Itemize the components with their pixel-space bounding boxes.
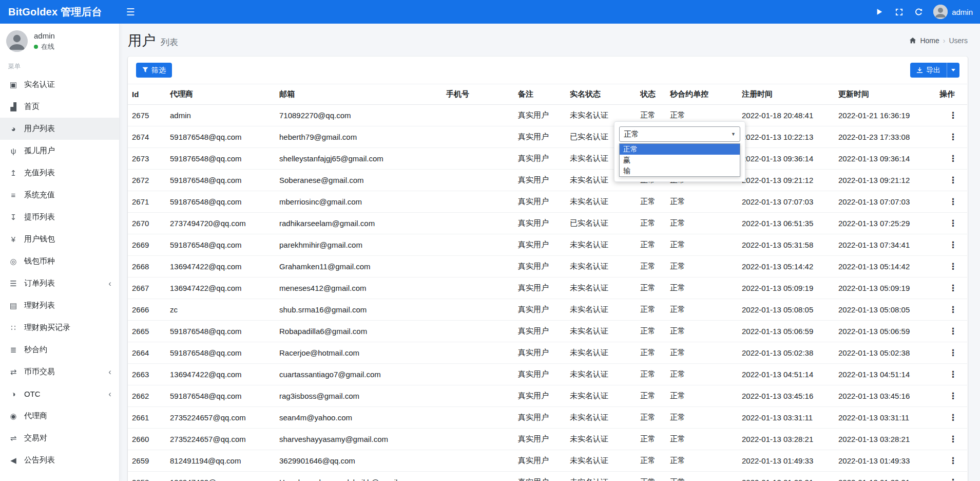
cell-id: 2671 — [128, 191, 166, 212]
sidebar-menu: ▣实名认证▟首页◕用户列表ψ孤儿用户↥充值列表≡系统充值↧提币列表¥用户钱包◎钱… — [0, 73, 119, 471]
cell-status: 正常 — [636, 342, 666, 363]
row-actions-button[interactable]: ⋮ — [946, 283, 960, 293]
table-row: 26602735224657@qq.comsharveshayyasamy@gm… — [128, 428, 967, 450]
row-actions-button[interactable]: ⋮ — [946, 218, 960, 228]
row-actions-button[interactable]: ⋮ — [946, 413, 960, 422]
column-header-kyc-status: 实名状态 — [566, 84, 636, 104]
sidebar-item-second-contract[interactable]: ≣秒合约 — [0, 339, 119, 361]
sidebar-item-wallet-coins[interactable]: ◎钱包币种 — [0, 250, 119, 272]
cell-agent: admin — [166, 104, 275, 126]
sidebar-item-finance-list[interactable]: ▤理财列表 — [0, 294, 119, 317]
row-actions-button[interactable]: ⋮ — [946, 369, 960, 379]
cell-registered-at: 2022-01-13 03:45:16 — [738, 385, 834, 406]
sidebar-item-real-name-auth[interactable]: ▣实名认证 — [0, 73, 119, 96]
cell-note: 真实用户 — [514, 277, 566, 299]
sidebar-user-panel: admin 在线 — [0, 24, 119, 58]
contract-icon: ≣ — [8, 345, 19, 355]
navbar-avatar — [933, 5, 948, 19]
sidebar-item-otc[interactable]: ◑OTC‹ — [0, 383, 119, 405]
sidebar-item-user-list[interactable]: ◕用户列表 — [0, 118, 119, 140]
row-actions-button[interactable]: ⋮ — [946, 348, 960, 358]
dropdown-option[interactable]: 赢 — [620, 155, 740, 165]
cell-order-control: 正常 — [666, 320, 738, 342]
cell-email: Soberanese@gmail.com — [275, 169, 442, 191]
page-subtitle: 列表 — [161, 36, 178, 48]
navbar-user-menu[interactable]: admin — [928, 5, 973, 19]
dropdown-option[interactable]: 正常 — [620, 144, 740, 155]
cell-email: parekhmihir@gmail.com — [275, 234, 442, 255]
row-actions-button[interactable]: ⋮ — [946, 154, 960, 163]
agents-icon: ◉ — [8, 412, 19, 421]
cell-note: 真实用户 — [514, 104, 566, 126]
sidebar-item-system-deposit[interactable]: ≡系统充值 — [0, 184, 119, 206]
table-body: 2675admin710892270@qq.com真实用户未实名认证正常正常20… — [128, 104, 967, 481]
sidebar-item-deposit-list[interactable]: ↥充值列表 — [0, 162, 119, 184]
row-actions-button[interactable]: ⋮ — [946, 434, 960, 444]
breadcrumb-home-link[interactable]: Home — [920, 36, 939, 45]
cell-order-control: 正常 — [666, 234, 738, 255]
cell-note: 真实用户 — [514, 169, 566, 191]
cell-updated-at: 2022-01-21 16:36:19 — [834, 104, 935, 126]
row-actions-button[interactable]: ⋮ — [946, 240, 960, 250]
cell-registered-at: 2022-01-13 03:28:21 — [738, 428, 834, 450]
chevron-left-icon: ‹ — [108, 367, 111, 376]
sidebar-toggle-icon[interactable]: ☰ — [120, 0, 141, 24]
cell-actions: ⋮ — [935, 450, 967, 471]
sidebar-item-label: 币币交易 — [24, 367, 55, 377]
cell-note: 真实用户 — [514, 299, 566, 320]
row-actions-button[interactable]: ⋮ — [946, 326, 960, 336]
sidebar-item-agents[interactable]: ◉代理商 — [0, 405, 119, 427]
refresh-icon[interactable] — [909, 0, 928, 24]
cell-email: rag3isboss@gmail.com — [275, 385, 442, 406]
table-row: 2669591876548@qq.comparekhmihir@gmail.co… — [128, 234, 967, 255]
cell-note: 真实用户 — [514, 450, 566, 471]
sidebar-item-finance-purchase-records[interactable]: ∷理财购买记录 — [0, 317, 119, 339]
cell-status: 正常 — [636, 428, 666, 450]
cell-registered-at: 2022-01-18 20:48:41 — [738, 104, 834, 126]
sidebar-item-coin-trade[interactable]: ⇄币币交易‹ — [0, 361, 119, 383]
play-icon[interactable] — [870, 0, 889, 24]
row-actions-button[interactable]: ⋮ — [946, 305, 960, 314]
export-button[interactable]: 导出 — [910, 63, 947, 78]
export-dropdown-toggle[interactable] — [947, 63, 959, 78]
row-actions-button[interactable]: ⋮ — [946, 132, 960, 142]
table-row: 2662591876548@qq.comrag3isboss@gmail.com… — [128, 385, 967, 406]
brand-title: BitGoldex 管理后台 — [0, 5, 120, 19]
cell-note: 真实用户 — [514, 234, 566, 255]
cell-kyc-status: 未实名认证 — [566, 342, 636, 363]
cell-note: 真实用户 — [514, 363, 566, 385]
row-actions-button[interactable]: ⋮ — [946, 456, 960, 466]
filter-button[interactable]: 筛选 — [136, 63, 172, 78]
cell-registered-at: 2022-01-13 05:02:38 — [738, 342, 834, 363]
sidebar-item-announcement-list[interactable]: ◀公告列表 — [0, 449, 119, 471]
sidebar-item-order-list[interactable]: ☰订单列表‹ — [0, 272, 119, 294]
cell-order-control: 正常 — [666, 342, 738, 363]
cell-id: 2660 — [128, 428, 166, 450]
cell-phone — [442, 234, 514, 255]
fullscreen-icon[interactable] — [889, 0, 909, 24]
sidebar-item-trading-pairs[interactable]: ⇌交易对 — [0, 427, 119, 449]
row-actions-button[interactable]: ⋮ — [946, 477, 960, 481]
row-actions-button[interactable]: ⋮ — [946, 197, 960, 207]
sidebar-item-home[interactable]: ▟首页 — [0, 96, 119, 118]
sidebar-item-withdraw-list[interactable]: ↧提币列表 — [0, 206, 119, 228]
cell-id: 2669 — [128, 234, 166, 255]
row-actions-button[interactable]: ⋮ — [946, 175, 960, 185]
dropdown-option[interactable]: 输 — [620, 165, 740, 176]
cell-status: 正常 — [636, 363, 666, 385]
cell-agent: 136947422@qq.com — [166, 471, 275, 481]
cell-email: mberriosinc@gmail.com — [275, 191, 442, 212]
sidebar-avatar — [6, 30, 28, 52]
cell-status: 正常 — [636, 277, 666, 299]
cell-id: 2675 — [128, 104, 166, 126]
cell-phone — [442, 191, 514, 212]
order-control-select[interactable]: 正常 ▼ — [619, 126, 740, 142]
cell-actions: ⋮ — [935, 342, 967, 363]
sidebar-item-label: 订单列表 — [24, 279, 55, 288]
sidebar-item-user-wallet[interactable]: ¥用户钱包 — [0, 228, 119, 250]
row-actions-button[interactable]: ⋮ — [946, 391, 960, 401]
row-actions-button[interactable]: ⋮ — [946, 110, 960, 120]
cell-order-control: 正常 — [666, 406, 738, 428]
sidebar-item-orphan-users[interactable]: ψ孤儿用户 — [0, 140, 119, 162]
row-actions-button[interactable]: ⋮ — [946, 262, 960, 271]
